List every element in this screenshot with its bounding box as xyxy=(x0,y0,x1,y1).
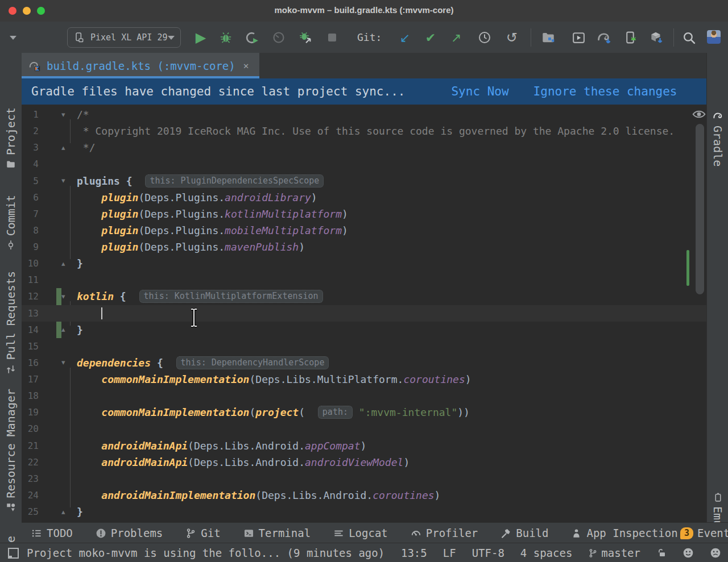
code-line[interactable]: 9 plugin(Deps.Plugins.mavenPublish) xyxy=(22,239,706,255)
fold-start-icon[interactable]: ▾ xyxy=(61,110,65,119)
code-line[interactable]: 5▾plugins { this: PluginDependenciesSpec… xyxy=(22,173,706,189)
sdk-manager-button[interactable] xyxy=(648,29,665,46)
code-line-text: } xyxy=(77,506,83,518)
search-everywhere-button[interactable] xyxy=(680,29,697,46)
fold-end-icon[interactable]: ▴ xyxy=(61,325,65,334)
status-message[interactable]: Project moko-mvvm is using the follo... … xyxy=(27,547,384,559)
local-history-button[interactable] xyxy=(476,29,493,46)
close-tab-icon[interactable]: ✕ xyxy=(243,60,249,71)
line-number: 17 xyxy=(22,374,39,385)
code-line[interactable]: 4 xyxy=(22,156,706,172)
code-line[interactable]: 21 androidMainApi(Deps.Libs.Android.appC… xyxy=(22,438,706,454)
run-button[interactable]: ▶ xyxy=(192,29,209,46)
git-commit-button[interactable]: ✔ xyxy=(422,29,439,46)
sidebar-item-gradle[interactable]: Gradle xyxy=(707,110,728,166)
code-line-text: androidMainApi(Deps.Libs.Android.android… xyxy=(77,456,410,468)
ignore-changes-link[interactable]: Ignore these changes xyxy=(533,85,677,98)
fold-end-icon[interactable]: ▴ xyxy=(61,259,65,268)
device-file-explorer-button[interactable] xyxy=(540,29,557,46)
code-line[interactable]: 6 plugin(Deps.Plugins.androidLibrary) xyxy=(22,189,706,206)
sidebar-item-project[interactable]: Project xyxy=(0,107,22,169)
code-line[interactable]: 18 xyxy=(22,388,706,404)
profiler-disabled-button[interactable] xyxy=(270,29,287,46)
gutter-fold-column xyxy=(39,438,77,454)
tab-build-gradle-kts[interactable]: build.gradle.kts (:mvvm-core) ✕ xyxy=(22,53,259,78)
code-line[interactable]: 23 xyxy=(22,471,706,487)
smile-face-icon[interactable] xyxy=(682,547,694,559)
code-line[interactable]: 12▾kotlin { this: KotlinMultiplatformExt… xyxy=(22,288,706,305)
editor-scrollbar[interactable] xyxy=(696,124,704,294)
toolwindow-label: Problems xyxy=(111,527,163,539)
toolwindow-logcat[interactable]: Logcat xyxy=(333,527,388,539)
line-separator[interactable]: LF xyxy=(443,547,456,559)
sidebar-item-pull-requests[interactable]: Pull Requests xyxy=(0,271,22,374)
device-manager-button[interactable] xyxy=(622,29,639,46)
ide-window: moko-mvvm – build.gradle.kts (:mvvm-core… xyxy=(0,0,728,562)
gutter-fold-column: ▴ xyxy=(39,503,77,520)
arrow-up-right-icon: ↗ xyxy=(451,31,461,45)
fold-start-icon[interactable]: ▾ xyxy=(61,359,65,367)
stop-icon xyxy=(328,34,336,41)
attach-debugger-button[interactable] xyxy=(296,29,313,46)
toolwindow-terminal[interactable]: Terminal xyxy=(243,527,311,539)
rollback-button[interactable]: ↺ xyxy=(503,29,520,46)
code-line[interactable]: 13 xyxy=(22,305,706,322)
code-line[interactable]: 17 commonMainImplementation(Deps.Libs.Mu… xyxy=(22,371,706,388)
git-update-button[interactable]: ↙ xyxy=(396,29,413,46)
code-line[interactable]: 2 * Copyright 2019 IceRock MAG Inc. Use … xyxy=(22,123,706,139)
code-line[interactable]: 3▴ */ xyxy=(22,139,706,156)
code-line[interactable]: 11 xyxy=(22,272,706,288)
code-line[interactable]: 16▾dependencies { this: DependencyHandle… xyxy=(22,355,706,371)
fold-start-icon[interactable]: ▾ xyxy=(61,176,65,185)
window-layout-icon[interactable] xyxy=(8,548,19,559)
line-number: 12 xyxy=(22,291,39,302)
sync-now-link[interactable]: Sync Now xyxy=(451,85,508,98)
gradle-kotlin-file-icon xyxy=(28,60,41,72)
code-line[interactable]: 25▴} xyxy=(22,503,706,520)
indent-setting[interactable]: 4 spaces xyxy=(520,547,573,559)
device-selector[interactable]: Pixel XL API 29 xyxy=(67,27,181,48)
profile-button[interactable] xyxy=(243,29,260,46)
toolwindow-git[interactable]: Git xyxy=(185,527,220,539)
debug-button[interactable] xyxy=(217,29,234,46)
fold-end-icon[interactable]: ▴ xyxy=(61,143,65,152)
inspections-eye-icon[interactable] xyxy=(692,107,706,122)
toolbar-divider xyxy=(531,28,531,47)
git-branch-widget[interactable]: master xyxy=(588,547,640,559)
sidebar-item-resource-manager[interactable]: Resource Manager xyxy=(0,389,22,513)
code-line[interactable]: 24 androidMainImplementation(Deps.Libs.A… xyxy=(22,487,706,503)
code-line[interactable]: 1▾/* xyxy=(22,106,706,123)
toolwindow-profiler[interactable]: Profiler xyxy=(411,527,478,539)
toolwindow-problems[interactable]: Problems xyxy=(96,527,163,539)
stop-button[interactable] xyxy=(324,29,341,46)
line-number: 4 xyxy=(22,159,39,169)
unlocked-icon[interactable] xyxy=(656,548,667,558)
code-line[interactable]: 15 xyxy=(22,338,706,355)
title-bar: moko-mvvm – build.gradle.kts (:mvvm-core… xyxy=(0,0,728,22)
toolwindow-todo[interactable]: TODO xyxy=(31,527,73,539)
gradle-sync-button[interactable] xyxy=(595,29,612,46)
code-line[interactable]: 19 commonMainImplementation(project( pat… xyxy=(22,404,706,421)
code-line[interactable]: 14▴} xyxy=(22,322,706,338)
fold-end-icon[interactable]: ▴ xyxy=(61,507,65,516)
run-anything-button[interactable] xyxy=(570,29,587,46)
toolwindow-app-inspection[interactable]: App Inspection xyxy=(571,527,677,539)
logcat-icon xyxy=(333,528,344,539)
code-line[interactable]: 8 plugin(Deps.Plugins.mobileMultiplatfor… xyxy=(22,222,706,239)
git-push-button[interactable]: ↗ xyxy=(448,29,465,46)
toolwindow-event-log[interactable]: 3 Event xyxy=(680,523,728,543)
fold-start-icon[interactable]: ▾ xyxy=(61,292,65,301)
user-avatar[interactable] xyxy=(707,30,721,44)
code-line[interactable]: 10▴} xyxy=(22,255,706,272)
code-line[interactable]: 20 xyxy=(22,421,706,437)
code-editor[interactable]: 1▾/*2 * Copyright 2019 IceRock MAG Inc. … xyxy=(22,105,706,522)
sidebar-item-commit[interactable]: Commit xyxy=(0,195,22,250)
frown-face-icon[interactable] xyxy=(710,547,721,559)
code-line[interactable]: 22 androidMainApi(Deps.Libs.Android.andr… xyxy=(22,454,706,471)
toolwindow-build[interactable]: Build xyxy=(500,527,548,539)
caret-position[interactable]: 13:5 xyxy=(401,547,427,559)
code-line[interactable]: 7 plugin(Deps.Plugins.kotlinMultiplatfor… xyxy=(22,206,706,222)
line-number: 9 xyxy=(22,242,39,252)
run-config-dropdown[interactable] xyxy=(5,29,22,46)
file-encoding[interactable]: UTF-8 xyxy=(472,547,504,559)
